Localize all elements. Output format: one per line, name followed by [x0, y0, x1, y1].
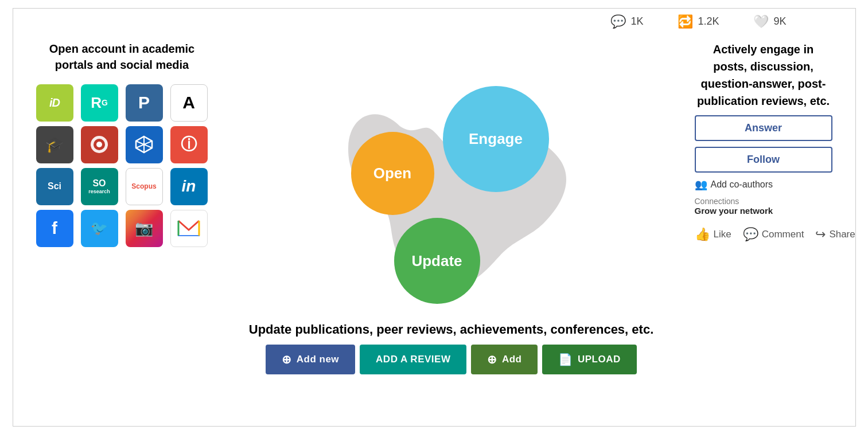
main-container: 💬 1K 🔁 1.2K 🤍 9K Open account in academi…: [13, 8, 856, 427]
instagram-icon[interactable]: 📷: [126, 210, 163, 247]
right-panel: Actively engage in posts, discussion, qu…: [683, 35, 844, 426]
so-research-icon[interactable]: SO research: [81, 168, 118, 205]
engage-description: Actively engage in posts, discussion, qu…: [695, 41, 832, 110]
comment-icon: 💬: [610, 14, 626, 29]
left-title: Open account in academic portals and soc…: [36, 41, 208, 73]
info-icon-cell[interactable]: ⓘ: [170, 126, 208, 163]
add-coauthors-icon: 👥: [695, 178, 707, 191]
update-circle: Update: [394, 218, 480, 304]
researchgate-icon[interactable]: RG: [81, 84, 118, 122]
retweet-stat: 🔁 1.2K: [678, 14, 719, 29]
retweet-count: 1.2K: [698, 15, 719, 28]
twitter-icon[interactable]: 🐦: [81, 210, 118, 247]
diagram: Engage Open Update: [320, 69, 583, 315]
sci-icon[interactable]: Sci: [36, 168, 73, 205]
social-icons-grid: iD RG P A 🎓 ⓘ Sci SO research: [36, 84, 208, 247]
connections-section: Connections Grow your network: [695, 197, 832, 216]
add-button[interactable]: ⊕ Add: [471, 345, 538, 374]
facebook-icon[interactable]: f: [36, 210, 73, 247]
center-diagram-panel: Engage Open Update Update publications, …: [220, 35, 683, 426]
add-icon: ⊕: [487, 353, 497, 366]
open-circle: Open: [351, 132, 434, 215]
mendeley-icon[interactable]: [81, 126, 118, 163]
like-button[interactable]: 👍 Like: [695, 227, 731, 242]
comment-button[interactable]: 💬 Comment: [743, 227, 804, 242]
gmail-icon[interactable]: [170, 210, 208, 247]
left-panel: Open account in academic portals and soc…: [25, 35, 220, 426]
engagement-actions: 👍 Like 💬 Comment ↪ Share: [695, 227, 832, 242]
like-stat: 🤍 9K: [753, 14, 786, 29]
bottom-action-buttons: ⊕ Add new ADD A REVIEW ⊕ Add 📄 UPLOAD: [220, 339, 683, 380]
follow-button[interactable]: Follow: [695, 147, 832, 173]
heart-icon: 🤍: [753, 14, 769, 29]
comment-count: 1K: [630, 15, 643, 28]
add-review-button[interactable]: ADD A REVIEW: [360, 345, 466, 374]
svg-point-2: [96, 142, 102, 147]
answer-button[interactable]: Answer: [695, 115, 832, 141]
like-count: 9K: [773, 15, 786, 28]
upload-icon: 📄: [558, 353, 573, 366]
like-icon: 👍: [695, 227, 710, 242]
linkedin-icon[interactable]: in: [170, 168, 208, 205]
retweet-icon: 🔁: [678, 14, 693, 29]
academia-icon[interactable]: A: [170, 84, 208, 122]
main-content-area: Open account in academic portals and soc…: [13, 35, 855, 426]
add-new-icon: ⊕: [282, 353, 292, 366]
bottom-description-text: Update publications, peer reviews, achie…: [249, 321, 654, 339]
comment-stat: 💬 1K: [610, 14, 643, 29]
share-icon: ↪: [815, 227, 826, 242]
orcid-icon[interactable]: iD: [36, 84, 73, 122]
engage-circle: Engage: [443, 86, 549, 192]
semantic-scholar-icon[interactable]: 🎓: [36, 126, 73, 163]
microsoft-academic-icon[interactable]: [126, 126, 163, 163]
add-coauthors-button[interactable]: 👥 Add co-authors: [695, 178, 832, 191]
upload-button[interactable]: 📄 UPLOAD: [542, 345, 636, 374]
comment-action-icon: 💬: [743, 227, 758, 242]
add-new-button[interactable]: ⊕ Add new: [266, 345, 355, 374]
top-stats-bar: 💬 1K 🔁 1.2K 🤍 9K: [13, 9, 855, 35]
share-button[interactable]: ↪ Share: [815, 227, 855, 242]
scopus-icon[interactable]: Scopus: [126, 168, 163, 205]
pubmed-icon[interactable]: P: [126, 84, 163, 122]
